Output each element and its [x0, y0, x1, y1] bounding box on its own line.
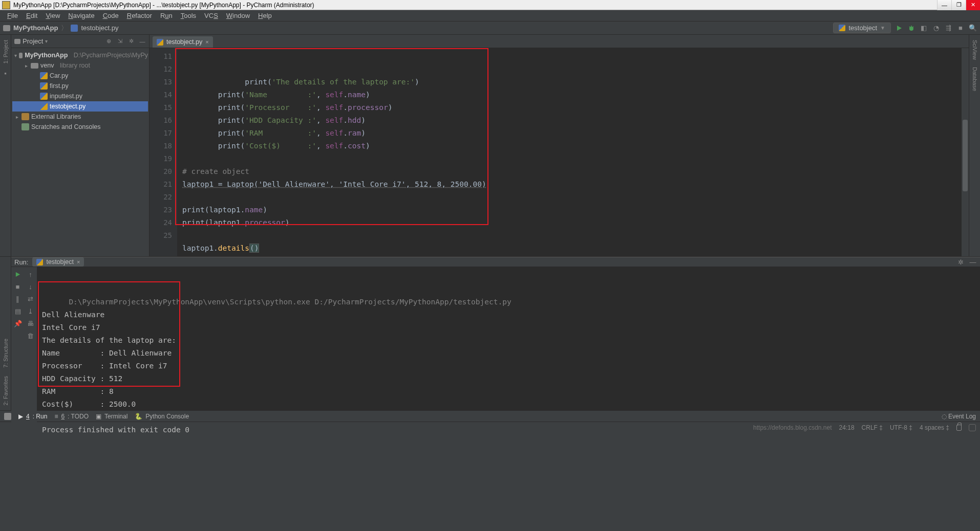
clear-icon[interactable]: 🗑	[27, 331, 35, 340]
tree-file-selected[interactable]: testobject.py	[12, 101, 148, 112]
project-view-selector[interactable]: Project ▾	[14, 37, 48, 45]
python-icon	[839, 25, 845, 31]
collapse-icon[interactable]: ⇲	[116, 38, 123, 45]
main-menu-bar: File Edit View Navigate Code Refactor Ru…	[0, 10, 980, 21]
run-tab-label: testobject	[46, 258, 74, 266]
menu-refactor[interactable]: Refactor	[123, 11, 156, 20]
run-tool-window: Run: testobject × ✲ — ■ ‖ ▤ 📌	[11, 257, 980, 410]
profile-button[interactable]: ◔	[932, 24, 940, 32]
dump-threads-button[interactable]: ▤	[14, 307, 22, 315]
run-label: Run:	[14, 258, 28, 266]
menu-window[interactable]: Window	[222, 11, 254, 20]
editor-tab-label: testobject.py	[166, 38, 202, 46]
folder-icon	[3, 25, 10, 31]
tree-file[interactable]: first.py	[12, 81, 148, 91]
print-icon[interactable]: 🖶	[27, 319, 35, 327]
bookmark-icon[interactable]: ▪	[4, 70, 7, 77]
toggle-toolwindows-icon[interactable]	[4, 413, 11, 420]
window-title: MyPythonApp [D:\PycharmProjects\MyPython…	[13, 2, 314, 9]
close-run-tab-icon[interactable]: ×	[77, 259, 80, 265]
menu-code[interactable]: Code	[99, 11, 123, 20]
menu-file[interactable]: File	[3, 11, 22, 20]
tool-structure-button[interactable]: 7: Structure	[3, 337, 9, 370]
rerun-button[interactable]	[14, 270, 22, 278]
run-config-selector[interactable]: testobject ▼	[833, 23, 891, 33]
window-maximize-button[interactable]: ❐	[951, 0, 966, 10]
tree-ext-lib[interactable]: External Libraries	[12, 112, 148, 122]
tool-project-button[interactable]: 1: Project	[3, 38, 9, 65]
window-titlebar: MyPythonApp [D:\PycharmProjects\MyPython…	[0, 0, 980, 10]
pause-button[interactable]: ‖	[14, 295, 22, 303]
breadcrumb: MyPythonApp 〉 testobject.py	[3, 24, 118, 33]
search-everywhere-button[interactable]: 🔍	[969, 24, 977, 32]
coverage-button[interactable]: ◧	[920, 24, 928, 32]
stop-run-button[interactable]: ■	[14, 282, 22, 291]
close-tab-icon[interactable]: ×	[205, 39, 208, 45]
menu-edit[interactable]: Edit	[22, 11, 41, 20]
run-toolbar: testobject ▼ ◧ ◔ ⇶ ■ 🔍	[833, 23, 977, 33]
tree-root[interactable]: MyPythonApp D:\PycharmProjects\MyPy	[12, 50, 148, 60]
chevron-down-icon: ▼	[880, 25, 885, 31]
pycharm-icon	[2, 1, 10, 9]
run-config-name: testobject	[848, 24, 877, 32]
highlight-box-output	[38, 281, 180, 387]
python-icon	[36, 259, 43, 266]
menu-navigate[interactable]: Navigate	[64, 11, 98, 20]
menu-tools[interactable]: Tools	[177, 11, 200, 20]
locate-icon[interactable]: ⊕	[105, 38, 112, 45]
run-settings-icon[interactable]: ✲	[956, 258, 965, 266]
breadcrumb-root[interactable]: MyPythonApp	[13, 24, 58, 32]
settings-icon[interactable]: ✲	[127, 38, 135, 45]
editor-tab[interactable]: testobject.py ×	[153, 36, 213, 48]
tree-venv[interactable]: venv library root	[12, 60, 148, 71]
readonly-lock-icon[interactable]	[956, 425, 962, 431]
navigation-bar: MyPythonApp 〉 testobject.py testobject ▼…	[0, 21, 980, 35]
menu-vcs[interactable]: VCS	[200, 11, 222, 20]
menu-help[interactable]: Help	[254, 11, 276, 20]
tool-favorites-button[interactable]: 2: Favorites	[3, 374, 9, 407]
editor-tabs: testobject.py ×	[150, 35, 969, 48]
tree-file[interactable]: Car.py	[12, 71, 148, 81]
console-output[interactable]: D:\PycharmProjects\MyPythonApp\venv\Scri…	[37, 267, 980, 439]
python-file-icon	[71, 25, 78, 32]
right-tool-stripe: SciView Database	[969, 35, 980, 256]
left-tool-stripe-lower: 7: Structure 2: Favorites	[0, 257, 11, 410]
editor-scrollbar[interactable]	[962, 48, 969, 256]
line-number-gutter: 11 12 13 14 15 16 17 18 19 20 21 22 23 2…	[150, 48, 177, 256]
project-tree[interactable]: MyPythonApp D:\PycharmProjects\MyPy venv…	[11, 48, 149, 134]
tool-database-button[interactable]: Database	[972, 65, 978, 93]
run-tab[interactable]: testobject ×	[32, 257, 84, 267]
python-file-icon	[157, 39, 163, 46]
concurrency-button[interactable]: ⇶	[944, 24, 952, 32]
down-icon[interactable]: ↓	[27, 282, 35, 291]
tree-file[interactable]: inputtest.py	[12, 91, 148, 101]
stop-button[interactable]: ■	[956, 24, 965, 32]
window-close-button[interactable]: ✕	[966, 0, 980, 10]
code-content[interactable]: print('The details of the laptop are:') …	[177, 48, 969, 256]
editor-area: testobject.py × 11 12 13 14 15 16 17 18 …	[150, 35, 969, 256]
run-hide-icon[interactable]: —	[969, 258, 977, 266]
hide-icon[interactable]: —	[139, 38, 146, 45]
debug-button[interactable]	[907, 24, 915, 32]
tree-scratches[interactable]: Scratches and Consoles	[12, 122, 148, 132]
menu-run[interactable]: Run	[156, 11, 177, 20]
scroll-end-icon[interactable]: ⤓	[27, 307, 35, 315]
tool-sciview-button[interactable]: SciView	[972, 38, 978, 62]
run-button[interactable]	[895, 24, 903, 32]
pin-button[interactable]: 📌	[14, 319, 22, 327]
softwrap-icon[interactable]: ⇄	[27, 295, 35, 303]
breadcrumb-sep: 〉	[61, 24, 68, 33]
window-minimize-button[interactable]: —	[937, 0, 951, 10]
up-icon[interactable]: ↑	[27, 270, 35, 278]
code-editor[interactable]: 11 12 13 14 15 16 17 18 19 20 21 22 23 2…	[150, 48, 969, 256]
left-tool-stripe: 1: Project ▪	[0, 35, 11, 256]
menu-view[interactable]: View	[41, 11, 64, 20]
project-tool-window: Project ▾ ⊕ ⇲ ✲ — MyPythonApp D:\Pycharm…	[11, 35, 150, 256]
breadcrumb-file[interactable]: testobject.py	[81, 24, 118, 32]
